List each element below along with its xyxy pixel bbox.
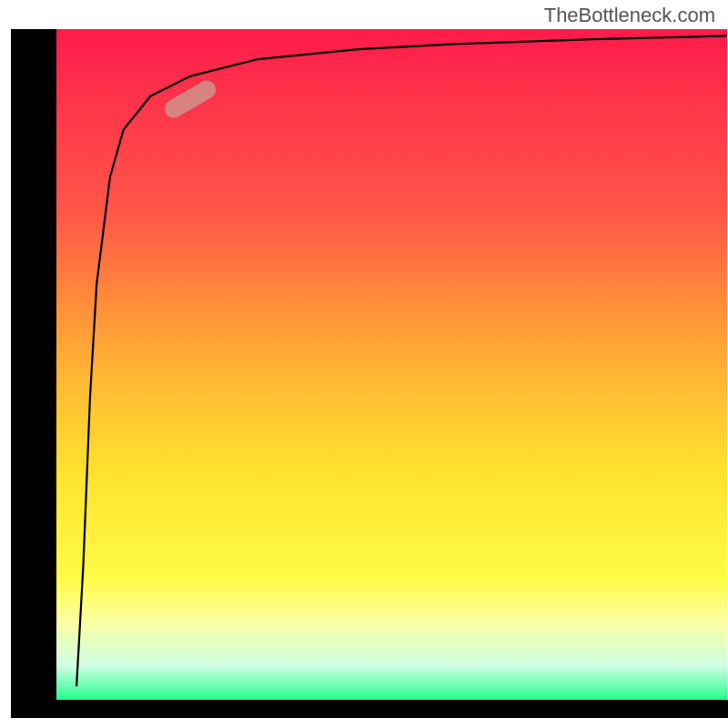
attribution-label: TheBottleneck.com	[544, 4, 715, 27]
line-curve	[56, 29, 727, 700]
y-axis	[11, 29, 56, 700]
chart-container: TheBottleneck.com	[0, 0, 728, 728]
x-axis	[11, 700, 728, 718]
